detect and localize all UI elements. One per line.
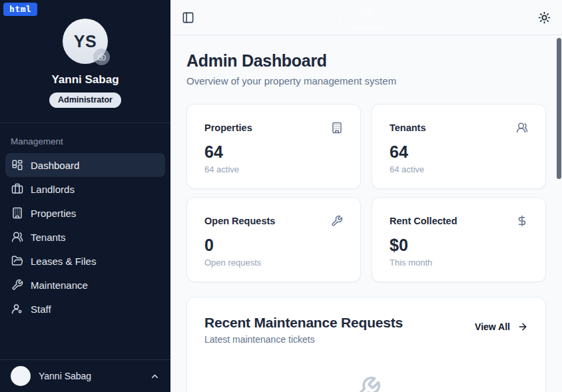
theme-toggle-button[interactable] xyxy=(538,11,551,24)
stat-card-tenants: Tenants 64 64 active xyxy=(372,104,546,189)
stat-card-rent-collected: Rent Collected $0 This month xyxy=(372,197,546,282)
layout-dashboard-icon xyxy=(11,159,23,171)
avatar-upload-button[interactable] xyxy=(93,49,110,65)
folder-open-icon xyxy=(11,255,23,267)
stat-subtext: This month xyxy=(390,258,528,268)
stat-subtext: 64 active xyxy=(390,164,528,174)
role-badge: Administrator xyxy=(49,93,121,108)
chevron-up-icon xyxy=(150,371,160,381)
sidebar: html YS Yanni Sabag Administrator Manage… xyxy=(0,0,170,392)
stat-label: Properties xyxy=(204,122,252,133)
page-title: Admin Dashboard xyxy=(186,51,546,71)
users-icon xyxy=(516,122,528,134)
briefcase-icon xyxy=(11,183,23,195)
main-area: ATID REALTY Admin Dashboard Overview of … xyxy=(170,0,562,392)
wrench-icon xyxy=(331,215,343,227)
topbar: ATID REALTY xyxy=(170,0,562,35)
stat-card-open-requests: Open Requests 0 Open requests xyxy=(186,197,361,282)
sidebar-item-label: Landlords xyxy=(31,184,75,195)
profile-section: YS Yanni Sabag Administrator xyxy=(0,0,170,123)
user-dot-icon xyxy=(11,303,23,315)
stat-subtext: 64 active xyxy=(204,164,343,174)
stat-value: 64 xyxy=(390,142,528,162)
sidebar-item-landlords[interactable]: Landlords xyxy=(5,177,165,201)
sidebar-item-label: Leases & Files xyxy=(31,256,96,267)
sidebar-nav: Management Dashboard Landlords Propertie… xyxy=(0,123,170,359)
app-root: html YS Yanni Sabag Administrator Manage… xyxy=(0,0,562,392)
sidebar-item-dashboard[interactable]: Dashboard xyxy=(5,153,165,177)
stat-card-properties: Properties 64 64 active xyxy=(186,104,361,189)
stats-grid: Properties 64 64 active Tenants xyxy=(186,104,546,282)
nav-section-label: Management xyxy=(5,132,165,153)
dollar-icon xyxy=(516,215,528,227)
stat-value: 0 xyxy=(204,236,343,255)
brand-name: ATID REALTY xyxy=(338,17,395,25)
sidebar-user-menu[interactable]: Yanni Sabag xyxy=(0,359,170,392)
footer-avatar xyxy=(11,366,31,386)
sidebar-item-label: Dashboard xyxy=(31,160,79,171)
profile-avatar: YS xyxy=(63,19,108,64)
dashboard-content: Admin Dashboard Overview of your propert… xyxy=(170,35,562,392)
sidebar-item-label: Tenants xyxy=(31,232,66,243)
sidebar-item-staff[interactable]: Staff xyxy=(5,297,165,321)
camera-icon xyxy=(98,53,106,61)
stat-label: Rent Collected xyxy=(390,216,457,226)
scrollbar-thumb[interactable] xyxy=(557,38,561,179)
stat-label: Open Requests xyxy=(204,216,275,226)
building-icon xyxy=(11,207,23,219)
section-subtitle: Latest maintenance tickets xyxy=(204,334,403,345)
sidebar-item-properties[interactable]: Properties xyxy=(5,201,165,225)
sidebar-item-label: Staff xyxy=(31,303,51,315)
panel-left-icon xyxy=(182,11,194,24)
brand-logo: ATID REALTY xyxy=(338,7,395,29)
page-subtitle: Overview of your property management sys… xyxy=(186,75,546,87)
sidebar-item-tenants[interactable]: Tenants xyxy=(5,225,165,249)
profile-name: Yanni Sabag xyxy=(51,73,119,87)
sidebar-item-label: Properties xyxy=(31,208,76,219)
stat-value: 64 xyxy=(204,142,343,162)
stat-label: Tenants xyxy=(390,122,426,133)
section-title: Recent Maintenance Requests xyxy=(204,315,403,331)
wrench-empty-icon xyxy=(351,375,382,392)
sidebar-toggle-button[interactable] xyxy=(182,11,194,24)
stat-subtext: Open requests xyxy=(204,258,343,268)
sidebar-item-label: Maintenance xyxy=(31,280,88,291)
dev-html-badge: html xyxy=(3,3,37,16)
empty-state xyxy=(204,375,528,392)
view-all-button[interactable]: View All xyxy=(475,321,528,332)
footer-user-name: Yanni Sabag xyxy=(39,371,91,381)
sidebar-item-leases-files[interactable]: Leases & Files xyxy=(5,249,165,273)
recent-maintenance-card: Recent Maintenance Requests Latest maint… xyxy=(186,297,546,392)
stat-value: $0 xyxy=(390,236,528,255)
wrench-icon xyxy=(11,279,23,291)
sidebar-item-maintenance[interactable]: Maintenance xyxy=(5,273,165,297)
brand-tagline xyxy=(347,27,386,29)
brand-skyline-icon xyxy=(358,7,375,17)
sun-icon xyxy=(538,11,551,24)
building-icon xyxy=(331,122,343,134)
arrow-right-icon xyxy=(517,321,528,332)
users-icon xyxy=(11,231,23,243)
